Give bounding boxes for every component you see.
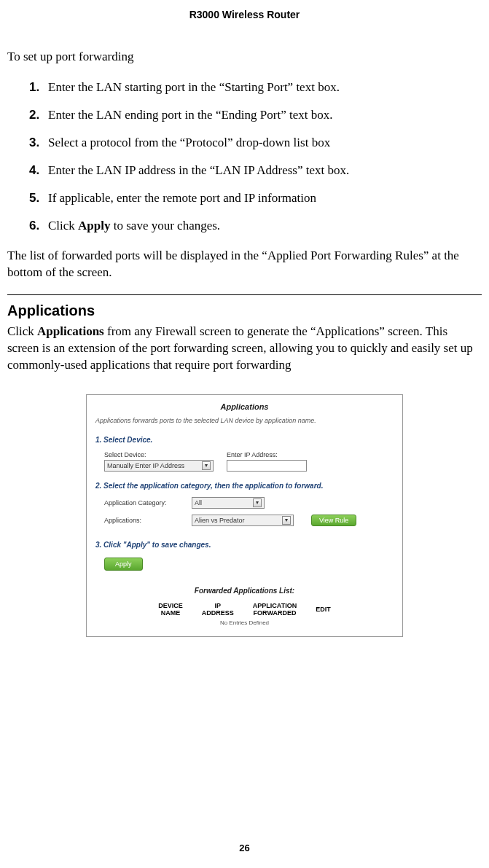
select-device-dropdown[interactable]: Manually Enter IP Address ▾ [104,460,214,472]
app-category-label: Application Category: [104,499,184,507]
chevron-down-icon: ▾ [253,498,262,507]
panel-description: Applications forwards ports to the selec… [87,417,402,431]
step-number: 3. [29,136,48,150]
step-item: 6. Click Apply to save your changes. [29,219,482,233]
step-number: 2. [29,108,48,122]
th-edit: EDIT [316,606,331,613]
th-line2: NAME [161,609,181,617]
app-category-row: Application Category: All ▾ [104,497,385,509]
page-header: R3000 Wireless Router [7,9,482,20]
intro-text: To set up port forwarding [7,50,482,64]
chevron-down-icon: ▾ [282,516,291,525]
step-number: 4. [29,163,48,178]
step-item: 4. Enter the LAN IP address in the “LAN … [29,163,482,178]
panel-row-device: Select Device: Manually Enter IP Address… [87,451,402,477]
panel-title: Applications [87,395,402,417]
step-pre: Click [48,219,78,232]
step-item: 3. Select a protocol from the “Protocol”… [29,136,482,150]
th-line1: APPLICATION [253,602,297,609]
step-text: If applicable, enter the remote port and… [48,191,482,206]
step-text: Select a protocol from the “Protocol” dr… [48,136,482,150]
step-text: Click Apply to save your changes. [48,219,482,233]
applications-dropdown[interactable]: Alien vs Predator ▾ [192,515,294,526]
th-line1: DEVICE [158,602,183,609]
forwarded-list-title: Forwarded Applications List: [87,574,402,602]
view-rule-button[interactable]: View Rule [311,515,356,526]
enter-ip-col: Enter IP Address: [227,451,307,472]
panel-step1-label: 1. Select Device. [87,431,402,451]
page-number: 26 [0,842,489,853]
panel-step3-label: 3. Click "Apply" to save changes. [87,536,402,556]
applications-row: Applications: Alien vs Predator ▾ View R… [104,515,385,526]
applications-panel: Applications Applications forwards ports… [86,394,403,638]
th-line2: FORWARDED [254,609,297,617]
th-device-name: DEVICE NAME [158,602,183,617]
step-post: to save your changes. [111,219,221,232]
step-item: 2. Enter the LAN ending port in the “End… [29,108,482,122]
section-paragraph: Click Applications from any Firewall scr… [7,324,482,374]
section-divider [7,294,482,295]
th-line2: ADDRESS [202,609,234,617]
step-number: 1. [29,80,48,95]
no-entries-text: No Entries Defined [87,617,402,626]
applications-label: Applications: [104,517,184,524]
step-number: 6. [29,219,48,233]
app-category-value: All [195,499,202,507]
app-category-dropdown[interactable]: All ▾ [192,497,265,509]
section-heading: Applications [7,302,482,319]
select-device-col: Select Device: Manually Enter IP Address… [104,451,214,472]
sec-bold: Applications [37,324,104,338]
panel-row-application: Application Category: All ▾ Applications… [87,497,402,536]
steps-list: 1. Enter the LAN starting port in the “S… [7,80,482,233]
select-device-label: Select Device: [104,451,214,458]
apply-button[interactable]: Apply [104,558,143,571]
th-line1: IP [215,602,222,609]
th-application-forwarded: APPLICATION FORWARDED [253,602,297,617]
step-bold: Apply [78,219,110,232]
th-ip-address: IP ADDRESS [202,602,234,617]
forwarded-table-header: DEVICE NAME IP ADDRESS APPLICATION FORWA… [87,602,402,617]
select-device-value: Manually Enter IP Address [107,462,184,469]
step-text: Enter the LAN ending port in the “Ending… [48,108,482,122]
chevron-down-icon: ▾ [202,461,211,470]
enter-ip-label: Enter IP Address: [227,451,307,458]
step-text: Enter the LAN starting port in the “Star… [48,80,482,95]
enter-ip-input[interactable] [227,460,307,472]
step-item: 5. If applicable, enter the remote port … [29,191,482,206]
after-steps-paragraph: The list of forwarded ports will be disp… [7,248,482,281]
sec-pre: Click [7,324,37,338]
step-item: 1. Enter the LAN starting port in the “S… [29,80,482,95]
panel-step2-label: 2. Select the application category, then… [87,477,402,497]
applications-value: Alien vs Predator [195,517,245,524]
step-text: Enter the LAN IP address in the “LAN IP … [48,163,482,178]
step-number: 5. [29,191,48,206]
